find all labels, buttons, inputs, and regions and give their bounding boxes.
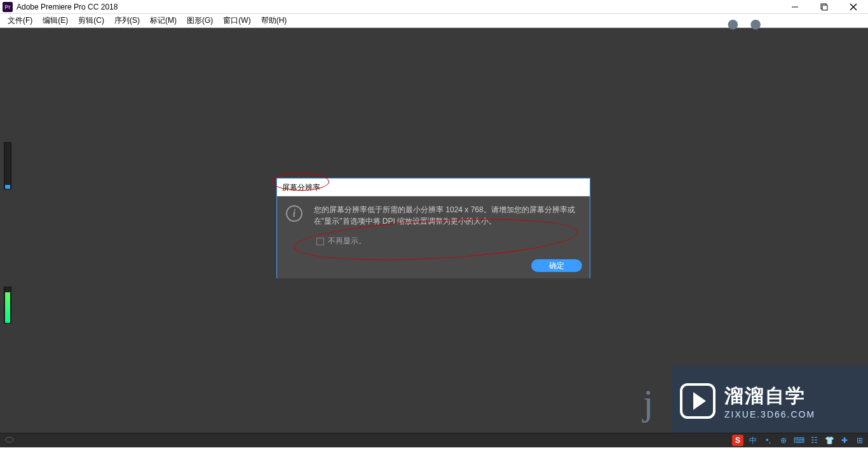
dialog-title: 屏幕分辨率 — [277, 179, 590, 196]
close-icon — [850, 3, 857, 11]
tray-lang-icon[interactable]: 中 — [747, 435, 759, 446]
tray-skin-icon[interactable]: ☷ — [808, 435, 820, 446]
system-tray: S 中 •, ⊕ ⌨ ☷ 👕 ✚ ⊞ — [732, 435, 865, 446]
tray-punct-icon[interactable]: •, — [763, 435, 774, 446]
resolution-dialog: 屏幕分辨率 i 您的屏幕分辨率低于所需的最小分辨率 1024 x 768。请增加… — [276, 178, 590, 278]
menu-edit[interactable]: 编辑(E) — [37, 14, 73, 27]
audio-meter-1 — [4, 142, 11, 189]
dont-show-again[interactable]: 不再显示。 — [316, 236, 581, 247]
watermark-line2: ZIXUE.3D66.COM — [724, 409, 815, 419]
svg-rect-2 — [822, 5, 827, 10]
minimize-icon — [791, 3, 799, 11]
app-title: Adobe Premiere Pro CC 2018 — [15, 3, 118, 11]
checkbox-label: 不再显示。 — [328, 236, 366, 247]
maximize-button[interactable] — [810, 0, 839, 14]
tray-shirt-icon[interactable]: 👕 — [824, 435, 835, 446]
info-icon: i — [286, 205, 302, 222]
maximize-icon — [820, 3, 828, 11]
dialog-body: i 您的屏幕分辨率低于所需的最小分辨率 1024 x 768。请增加您的屏幕分辨… — [277, 196, 590, 278]
window-controls — [780, 0, 868, 14]
audio-meter-2 — [4, 287, 11, 323]
dialog-message: 您的屏幕分辨率低于所需的最小分辨率 1024 x 768。请增加您的屏幕分辨率或… — [314, 204, 581, 227]
menu-window[interactable]: 窗口(W) — [218, 14, 255, 27]
app-icon: Pr — [3, 2, 13, 12]
tray-ime-icon[interactable]: S — [732, 435, 743, 446]
tray-toolbox-icon[interactable]: ✚ — [839, 435, 850, 446]
menu-marker[interactable]: 标记(M) — [145, 14, 182, 27]
watermark-decor-dots: ● ● — [726, 10, 764, 366]
menu-sequence[interactable]: 序列(S) — [109, 14, 145, 27]
ok-button[interactable]: 确定 — [531, 259, 582, 272]
minimize-button[interactable] — [780, 0, 810, 14]
statusbar: S 中 •, ⊕ ⌨ ☷ 👕 ✚ ⊞ — [0, 433, 868, 447]
menu-clip[interactable]: 剪辑(C) — [73, 14, 109, 27]
menu-help[interactable]: 帮助(H) — [256, 14, 292, 27]
watermark-decor-letter: j — [643, 381, 653, 424]
menu-graphics[interactable]: 图形(G) — [182, 14, 218, 27]
watermark: j 溜溜自学 ZIXUE.3D66.COM — [671, 366, 868, 436]
tray-keyboard-icon[interactable]: ⌨ — [793, 435, 804, 446]
tray-grid-icon[interactable]: ⊞ — [854, 435, 865, 446]
workspace: 屏幕分辨率 i 您的屏幕分辨率低于所需的最小分辨率 1024 x 768。请增加… — [0, 28, 868, 447]
watermark-line1: 溜溜自学 — [724, 383, 815, 409]
svg-point-5 — [6, 437, 13, 442]
play-icon — [680, 383, 715, 419]
tray-emoji-icon[interactable]: ⊕ — [778, 435, 789, 446]
status-left-icon — [0, 437, 14, 444]
close-button[interactable] — [839, 0, 868, 14]
menu-file[interactable]: 文件(F) — [3, 14, 37, 27]
checkbox-icon[interactable] — [316, 238, 324, 245]
